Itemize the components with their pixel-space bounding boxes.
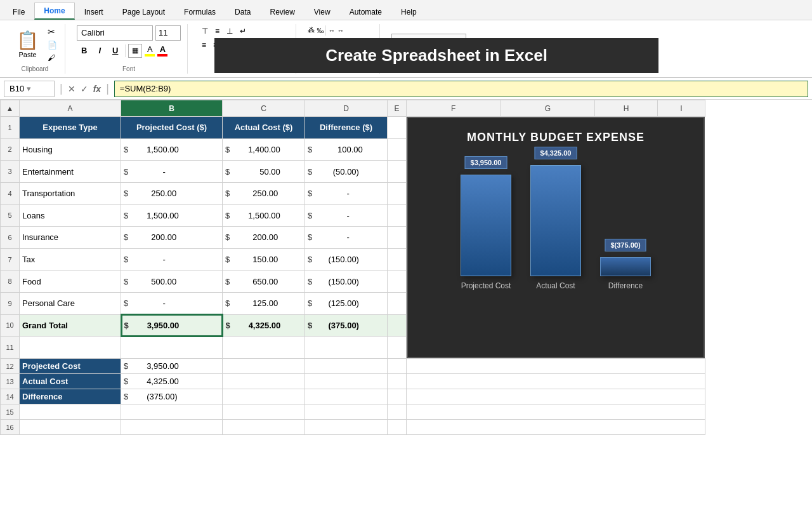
cell-d8[interactable]: $ (150.00) bbox=[305, 271, 388, 293]
cell-f13[interactable] bbox=[407, 374, 705, 389]
cell-b6[interactable]: $ 200.00 bbox=[121, 227, 223, 249]
cell-d13[interactable] bbox=[305, 374, 388, 389]
cell-c11[interactable] bbox=[223, 337, 305, 359]
cell-b13[interactable]: $ 4,325.00 bbox=[121, 374, 223, 389]
cell-a15[interactable] bbox=[20, 404, 121, 420]
cell-c5[interactable]: $ 1,500.00 bbox=[223, 204, 305, 227]
cell-b16[interactable] bbox=[121, 420, 223, 435]
col-header-h[interactable]: H bbox=[595, 100, 658, 117]
tab-help[interactable]: Help bbox=[391, 4, 426, 20]
cell-a3[interactable]: Entertainment bbox=[20, 161, 121, 183]
cell-c10[interactable]: $ 4,325.00 bbox=[223, 314, 305, 337]
col-header-d[interactable]: D bbox=[305, 100, 388, 117]
cell-f12[interactable] bbox=[407, 359, 705, 374]
cell-c1[interactable]: Actual Cost ($) bbox=[223, 117, 305, 139]
cell-e16[interactable] bbox=[388, 420, 407, 435]
tab-page-layout[interactable]: Page Layout bbox=[113, 4, 174, 20]
cell-c13[interactable] bbox=[223, 374, 305, 389]
cell-a12[interactable]: Projected Cost bbox=[20, 359, 121, 374]
cell-f15[interactable] bbox=[407, 404, 705, 420]
cell-a9[interactable]: Personal Care bbox=[20, 293, 121, 315]
cell-e8[interactable] bbox=[388, 271, 407, 293]
col-header-a[interactable]: A bbox=[20, 100, 121, 117]
align-middle-button[interactable]: ≡ bbox=[213, 25, 222, 37]
cell-a8[interactable]: Food bbox=[20, 271, 121, 293]
col-header-g[interactable]: G bbox=[501, 100, 595, 117]
cell-d14[interactable] bbox=[305, 389, 388, 404]
cell-b4[interactable]: $ 250.00 bbox=[121, 182, 223, 204]
cell-d6[interactable]: $ - bbox=[305, 227, 388, 249]
cell-a16[interactable] bbox=[20, 420, 121, 435]
tab-automate[interactable]: Automate bbox=[340, 4, 391, 20]
cell-b15[interactable] bbox=[121, 404, 223, 420]
col-header-b[interactable]: B bbox=[121, 100, 223, 117]
paste-button[interactable]: 📋 Paste bbox=[11, 27, 44, 61]
cell-a5[interactable]: Loans bbox=[20, 204, 121, 227]
cell-d3[interactable]: $ (50.00) bbox=[305, 161, 388, 183]
cell-e6[interactable] bbox=[388, 227, 407, 249]
cell-e2[interactable] bbox=[388, 138, 407, 161]
cell-c6[interactable]: $ 200.00 bbox=[223, 227, 305, 249]
cell-d7[interactable]: $ (150.00) bbox=[305, 248, 388, 271]
cell-c2[interactable]: $ 1,400.00 bbox=[223, 138, 305, 161]
grid-container[interactable]: ▲ A B C D E F G H I 1 Expense Type Proj bbox=[0, 100, 812, 508]
cell-e10[interactable] bbox=[388, 314, 407, 337]
cell-e14[interactable] bbox=[388, 389, 407, 404]
cell-a2[interactable]: Housing bbox=[20, 138, 121, 161]
tab-review[interactable]: Review bbox=[260, 4, 304, 20]
cell-c7[interactable]: $ 150.00 bbox=[223, 248, 305, 271]
cell-b2[interactable]: $ 1,500.00 bbox=[121, 138, 223, 161]
cell-f14[interactable] bbox=[407, 389, 705, 404]
col-header-e[interactable]: E bbox=[388, 100, 407, 117]
cell-d5[interactable]: $ - bbox=[305, 204, 388, 227]
cell-e5[interactable] bbox=[388, 204, 407, 227]
col-header-f[interactable]: F bbox=[407, 100, 501, 117]
confirm-formula-icon[interactable]: ✓ bbox=[81, 84, 88, 94]
tab-home[interactable]: Home bbox=[34, 3, 74, 20]
cell-a10[interactable]: Grand Total bbox=[20, 314, 121, 337]
cell-d15[interactable] bbox=[305, 404, 388, 420]
insert-function-icon[interactable]: fx bbox=[93, 84, 101, 94]
cell-e4[interactable] bbox=[388, 182, 407, 204]
col-header-i[interactable]: I bbox=[658, 100, 705, 117]
cell-b9[interactable]: $ - bbox=[121, 293, 223, 315]
cell-e12[interactable] bbox=[388, 359, 407, 374]
cell-a11[interactable] bbox=[20, 337, 121, 359]
cell-b11[interactable] bbox=[121, 337, 223, 359]
cell-d12[interactable] bbox=[305, 359, 388, 374]
cell-c16[interactable] bbox=[223, 420, 305, 435]
font-size-input[interactable] bbox=[155, 25, 181, 41]
cell-d4[interactable]: $ - bbox=[305, 182, 388, 204]
cell-f16[interactable] bbox=[407, 420, 705, 435]
cell-b8[interactable]: $ 500.00 bbox=[121, 271, 223, 293]
cell-d16[interactable] bbox=[305, 420, 388, 435]
cancel-formula-icon[interactable]: ✕ bbox=[68, 84, 75, 94]
cell-e9[interactable] bbox=[388, 293, 407, 315]
cell-reference-box[interactable]: B10 ▾ bbox=[4, 81, 55, 97]
cell-d9[interactable]: $ (125.00) bbox=[305, 293, 388, 315]
fill-color-button[interactable]: A bbox=[145, 44, 155, 57]
cell-e1[interactable] bbox=[388, 117, 407, 139]
cell-b10[interactable]: $ 3,950.00 bbox=[121, 314, 223, 337]
copy-button[interactable]: 📄 bbox=[46, 39, 58, 51]
cell-b5[interactable]: $ 1,500.00 bbox=[121, 204, 223, 227]
cell-b14[interactable]: $ (375.00) bbox=[121, 389, 223, 404]
formula-input[interactable] bbox=[114, 81, 808, 97]
cell-c3[interactable]: $ 50.00 bbox=[223, 161, 305, 183]
font-color-button[interactable]: A bbox=[157, 44, 167, 57]
cell-a7[interactable]: Tax bbox=[20, 248, 121, 271]
cell-e3[interactable] bbox=[388, 161, 407, 183]
bold-button[interactable]: B bbox=[77, 43, 91, 58]
cell-d1[interactable]: Difference ($) bbox=[305, 117, 388, 139]
cell-e15[interactable] bbox=[388, 404, 407, 420]
italic-button[interactable]: I bbox=[94, 43, 105, 58]
cell-b1[interactable]: Projected Cost ($) bbox=[121, 117, 223, 139]
align-left-button[interactable]: ≡ bbox=[199, 39, 209, 51]
cell-b12[interactable]: $ 3,950.00 bbox=[121, 359, 223, 374]
cell-d2[interactable]: $ 100.00 bbox=[305, 138, 388, 161]
tab-data[interactable]: Data bbox=[225, 4, 260, 20]
cut-button[interactable]: ✂ bbox=[46, 25, 58, 38]
cell-d10[interactable]: $ (375.00) bbox=[305, 314, 388, 337]
tab-formulas[interactable]: Formulas bbox=[174, 4, 225, 20]
align-top-button[interactable]: ⊤ bbox=[199, 25, 211, 37]
